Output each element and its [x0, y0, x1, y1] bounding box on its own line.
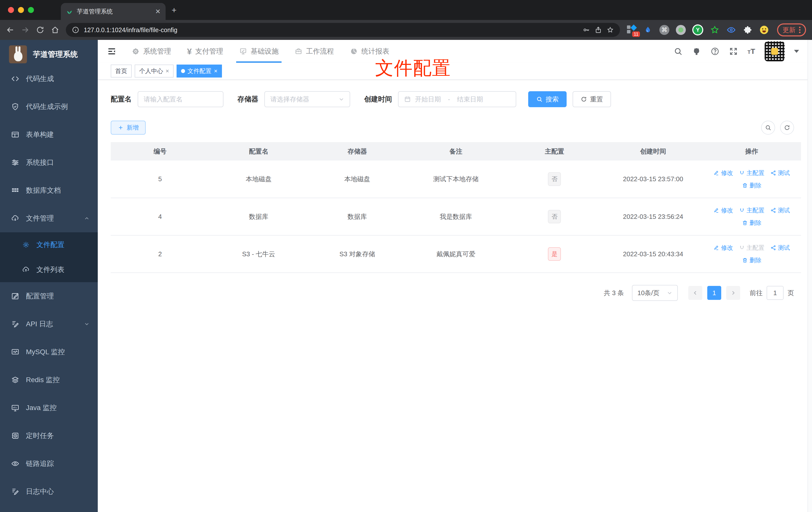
url-text[interactable]: 127.0.0.1:1024/infra/file/file-config: [84, 26, 578, 34]
sidebar-item-java-monitor[interactable]: Java 监控: [0, 394, 98, 422]
master-link[interactable]: 主配置: [739, 204, 764, 217]
sidebar-item-code-demo[interactable]: 代码生成示例: [0, 93, 98, 121]
refresh-table-button[interactable]: [780, 121, 794, 134]
user-avatar[interactable]: [764, 41, 785, 61]
sidebar-item-tracing[interactable]: 链路追踪: [0, 450, 98, 478]
delete-link[interactable]: 删除: [742, 217, 761, 229]
tag-profile[interactable]: 个人中心 ×: [135, 65, 174, 78]
page-content: 配置名 存储器 请选择存储器 创建时间 开始日期 - 结束日期: [98, 80, 812, 301]
date-start-placeholder[interactable]: 开始日期: [415, 95, 441, 104]
cell-storage: 本地磁盘: [308, 160, 406, 198]
close-tag-icon[interactable]: ×: [166, 67, 169, 74]
delete-link[interactable]: 删除: [742, 179, 761, 192]
site-info-icon[interactable]: [72, 26, 79, 34]
cell-name: S3 - 七牛云: [209, 235, 308, 273]
table-row: 5 本地磁盘 本地磁盘 测试下本地存储 否 2022-03-15 23:57:0…: [111, 160, 801, 198]
tag-home[interactable]: 首页: [111, 65, 132, 78]
search-icon[interactable]: [674, 47, 683, 56]
delete-link[interactable]: 删除: [742, 254, 761, 267]
sidebar-item-api-log[interactable]: API 日志: [0, 310, 98, 338]
font-size-icon[interactable]: TT: [747, 47, 755, 56]
share-icon[interactable]: [594, 26, 602, 34]
forward-icon[interactable]: [21, 26, 29, 34]
browser-tab[interactable]: 芋道管理系统 ✕: [61, 3, 166, 20]
add-button[interactable]: 新增: [111, 121, 146, 134]
refresh-icon: [581, 96, 587, 102]
next-page-button[interactable]: [726, 286, 740, 300]
master-link[interactable]: 主配置: [739, 167, 764, 179]
edit-link[interactable]: 修改: [714, 204, 733, 217]
edit-link[interactable]: 修改: [714, 167, 733, 179]
app-logo[interactable]: 芋道管理系统: [0, 40, 98, 65]
config-name-input[interactable]: [144, 95, 218, 103]
goto-page-input[interactable]: [766, 286, 784, 300]
extension-y-icon[interactable]: Y: [692, 24, 703, 35]
nav-payment-management[interactable]: ¥ 支付管理: [179, 40, 231, 63]
app-window: 芋道管理系统 代码生成 代码生成示例 表单构建 系统接口: [0, 40, 812, 512]
sidebar-item-redis-monitor[interactable]: Redis 监控: [0, 366, 98, 394]
test-link[interactable]: 测试: [770, 204, 790, 217]
page-size-select[interactable]: 10条/页: [632, 285, 678, 301]
sidebar-item-config-management[interactable]: 配置管理: [0, 282, 98, 310]
share-nodes-icon: [770, 170, 776, 176]
profile-emoji-icon[interactable]: [759, 25, 769, 35]
extension-eye-icon[interactable]: [726, 25, 736, 35]
reload-icon[interactable]: [36, 26, 45, 34]
extension-star-icon[interactable]: [710, 25, 720, 35]
address-bar[interactable]: 127.0.0.1:1024/infra/file/file-config: [66, 23, 620, 37]
sidebar-item-file-list[interactable]: 文件列表: [0, 257, 98, 282]
zoom-window-button[interactable]: [28, 7, 34, 13]
extension-command-icon[interactable]: ⌘: [659, 25, 669, 35]
prev-page-button[interactable]: [688, 286, 702, 300]
share-nodes-icon: [770, 245, 776, 251]
help-icon[interactable]: [710, 47, 720, 56]
test-link[interactable]: 测试: [770, 167, 790, 179]
back-icon[interactable]: [6, 26, 14, 34]
date-end-placeholder[interactable]: 结束日期: [457, 95, 483, 104]
user-menu-caret-icon[interactable]: [794, 50, 799, 53]
search-button[interactable]: 搜索: [528, 91, 567, 107]
date-range-picker[interactable]: 开始日期 - 结束日期: [398, 91, 516, 107]
bookmark-star-icon[interactable]: [607, 26, 614, 34]
new-tab-button[interactable]: +: [172, 5, 177, 15]
scrollbar-gutter[interactable]: [808, 40, 812, 512]
extension-drop-icon[interactable]: [643, 25, 653, 35]
extension-dot-icon[interactable]: [676, 25, 686, 35]
sidebar-item-file-config[interactable]: 文件配置: [0, 232, 98, 257]
home-icon[interactable]: [51, 26, 59, 34]
sidebar-item-system-api[interactable]: 系统接口: [0, 149, 98, 177]
nav-workflow[interactable]: 工作流程: [287, 40, 342, 63]
edit-link[interactable]: 修改: [714, 242, 733, 254]
browser-menu-icon[interactable]: [799, 27, 801, 33]
sidebar-item-form-builder[interactable]: 表单构建: [0, 121, 98, 149]
config-name-label: 配置名: [111, 94, 132, 104]
sidebar-item-mysql-monitor[interactable]: MySQL 监控: [0, 338, 98, 366]
edit-pencil-icon: [714, 207, 720, 213]
sidebar-item-scheduled-tasks[interactable]: 定时任务: [0, 422, 98, 450]
page-number-active[interactable]: 1: [707, 286, 721, 300]
password-key-icon[interactable]: [583, 26, 590, 34]
sidebar-item-db-doc[interactable]: 数据库文档: [0, 177, 98, 204]
sidebar-item-file-management[interactable]: 文件管理: [0, 204, 98, 232]
close-tag-icon[interactable]: ×: [214, 67, 218, 74]
storage-select[interactable]: 请选择存储器: [264, 91, 350, 107]
sidebar-item-log-center[interactable]: 日志中心: [0, 478, 98, 506]
github-icon[interactable]: [692, 47, 701, 56]
minimize-window-button[interactable]: [18, 7, 24, 13]
browser-update-button[interactable]: 更新: [777, 24, 806, 36]
fullscreen-icon[interactable]: [729, 47, 738, 56]
timer-task-icon: [11, 431, 20, 440]
reset-button[interactable]: 重置: [573, 91, 611, 107]
sidebar-item-code-gen[interactable]: 代码生成: [0, 65, 98, 93]
tab-close-icon[interactable]: ✕: [155, 8, 161, 16]
close-window-button[interactable]: [8, 7, 14, 13]
window-controls[interactable]: [8, 7, 34, 13]
extensions-puzzle-icon[interactable]: [743, 25, 753, 35]
tag-file-config[interactable]: 文件配置 ×: [177, 65, 222, 78]
nav-system-management[interactable]: 系统管理: [124, 40, 179, 63]
extension-grid-icon[interactable]: 11: [627, 25, 636, 35]
toggle-search-button[interactable]: [761, 121, 775, 134]
nav-infrastructure[interactable]: 基础设施: [231, 40, 287, 63]
collapse-sidebar-icon[interactable]: [107, 47, 117, 56]
test-link[interactable]: 测试: [770, 242, 790, 254]
